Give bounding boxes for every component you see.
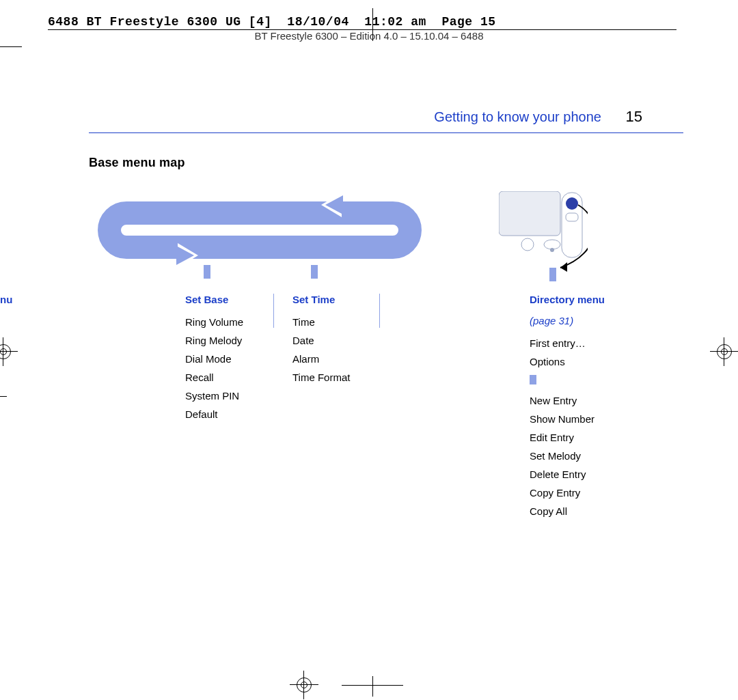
- set-time-column: Set Time Time Date Alarm Time Format: [292, 290, 350, 387]
- registration-mark: [0, 341, 14, 362]
- directory-menu-title: Directory menu: [530, 290, 605, 309]
- set-base-column: Set Base Ring Volume Ring Melody Dial Mo…: [185, 290, 243, 423]
- crop-mark: [0, 46, 22, 47]
- connector-tick: [530, 375, 536, 384]
- registration-mark: [294, 675, 314, 695]
- crop-mark: [372, 676, 373, 697]
- menu-item: Copy Entry: [530, 484, 605, 502]
- menu-item: First entry…: [530, 334, 605, 352]
- svg-point-6: [566, 197, 578, 210]
- page-number: 15: [626, 108, 642, 125]
- menu-item: New Entry: [530, 391, 605, 410]
- set-time-title: Set Time: [292, 290, 350, 309]
- connector-tick: [204, 265, 210, 279]
- menu-item: Dial Mode: [185, 350, 243, 368]
- connector-tick: [311, 265, 318, 279]
- chapter-title-text: Getting to know your phone: [434, 109, 601, 124]
- menu-item: Ring Melody: [185, 331, 243, 350]
- menu-item: Time: [292, 313, 350, 331]
- menu-item: Delete Entry: [530, 465, 605, 484]
- svg-marker-11: [560, 262, 567, 272]
- menu-item: Recall: [185, 368, 243, 387]
- section-heading: Base menu map: [89, 156, 185, 170]
- crop-mark: [372, 8, 373, 41]
- menu-ribbon-graphic: [89, 193, 430, 268]
- chapter-header: Getting to know your phone 15: [89, 108, 683, 126]
- menu-item: Edit Entry: [530, 428, 605, 447]
- menu-item: Alarm: [292, 350, 350, 368]
- menu-item: Options: [530, 352, 605, 371]
- partial-menu-label: nu: [0, 294, 12, 305]
- column-separator: [379, 294, 380, 328]
- menu-item: Ring Volume: [185, 313, 243, 331]
- svg-point-9: [544, 240, 560, 249]
- svg-rect-4: [499, 191, 560, 236]
- menu-item: Default: [185, 405, 243, 423]
- menu-item: Copy All: [530, 502, 605, 520]
- svg-point-10: [550, 248, 554, 252]
- phone-corner-illustration: [499, 191, 588, 273]
- print-slug: 6488 BT Freestyle 6300 UG [4] 18/10/04 1…: [48, 15, 496, 29]
- menu-item: System PIN: [185, 387, 243, 405]
- chapter-rule: [89, 132, 683, 133]
- menu-item: Date: [292, 331, 350, 350]
- registration-mark: [714, 341, 735, 362]
- crop-mark: [0, 396, 7, 397]
- svg-point-8: [521, 238, 534, 251]
- directory-page-ref: (page 31): [530, 311, 605, 330]
- directory-menu-column: Directory menu (page 31) First entry… Op…: [530, 290, 605, 520]
- menu-item: Set Melody: [530, 447, 605, 465]
- menu-item: Show Number: [530, 410, 605, 428]
- column-separator: [273, 294, 274, 328]
- menu-item: Time Format: [292, 368, 350, 387]
- crop-mark: [342, 685, 403, 686]
- running-head: BT Freestyle 6300 – Edition 4.0 – 15.10.…: [0, 30, 738, 42]
- set-base-title: Set Base: [185, 290, 243, 309]
